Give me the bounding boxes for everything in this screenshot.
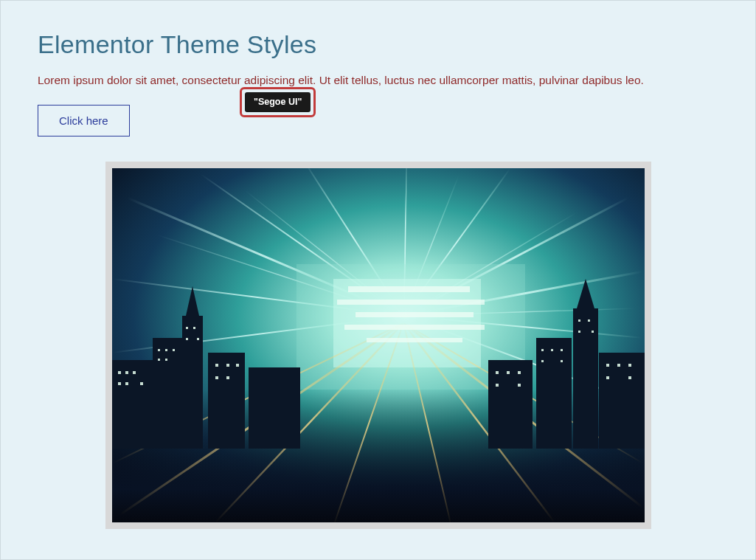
svg-rect-78	[348, 286, 470, 292]
svg-rect-44	[140, 382, 143, 385]
svg-rect-69	[578, 319, 580, 322]
svg-rect-36	[573, 308, 598, 449]
svg-rect-61	[518, 371, 521, 374]
svg-rect-52	[186, 338, 188, 340]
font-tooltip-highlight: "Segoe UI"	[240, 87, 316, 117]
svg-rect-30	[182, 316, 203, 449]
svg-rect-50	[186, 327, 188, 329]
svg-rect-70	[588, 319, 590, 322]
svg-rect-47	[173, 349, 175, 351]
svg-rect-76	[606, 376, 609, 379]
svg-rect-57	[215, 376, 218, 379]
svg-rect-80	[356, 312, 474, 317]
svg-rect-72	[592, 331, 594, 333]
svg-rect-29	[153, 338, 182, 449]
city-image	[112, 168, 645, 522]
svg-rect-81	[344, 325, 485, 330]
svg-rect-54	[215, 364, 218, 367]
svg-rect-45	[158, 349, 160, 351]
svg-rect-82	[367, 338, 462, 342]
svg-rect-65	[551, 349, 553, 351]
svg-rect-56	[236, 364, 239, 367]
font-tooltip: "Segoe UI"	[245, 92, 311, 112]
svg-rect-73	[606, 364, 609, 367]
svg-rect-66	[561, 349, 563, 351]
svg-rect-40	[125, 371, 128, 374]
svg-rect-75	[628, 364, 631, 367]
click-here-button[interactable]: Click here	[38, 105, 130, 136]
svg-rect-55	[226, 364, 229, 367]
svg-rect-43	[125, 382, 128, 385]
svg-rect-62	[496, 384, 499, 387]
svg-rect-63	[518, 384, 521, 387]
svg-rect-53	[197, 338, 199, 340]
svg-rect-71	[578, 331, 580, 333]
svg-rect-35	[536, 338, 572, 449]
svg-rect-46	[165, 349, 167, 351]
svg-rect-68	[561, 360, 563, 362]
svg-rect-41	[133, 371, 136, 374]
svg-rect-32	[208, 353, 245, 449]
svg-rect-74	[617, 364, 620, 367]
svg-rect-60	[507, 371, 510, 374]
page-heading: Elementor Theme Styles	[38, 30, 718, 59]
svg-rect-33	[249, 367, 300, 449]
svg-rect-48	[158, 359, 160, 361]
svg-rect-39	[118, 371, 121, 374]
page-description: Lorem ipsum dolor sit amet, consectetur …	[38, 72, 718, 89]
svg-rect-58	[226, 376, 229, 379]
svg-rect-42	[118, 382, 121, 385]
svg-rect-51	[193, 327, 195, 329]
svg-rect-67	[541, 360, 544, 362]
svg-rect-59	[496, 371, 499, 374]
svg-rect-38	[599, 353, 645, 449]
svg-rect-34	[488, 360, 533, 449]
svg-rect-77	[628, 376, 631, 379]
svg-rect-64	[541, 349, 544, 351]
svg-rect-49	[165, 359, 167, 361]
image-frame	[105, 162, 651, 529]
svg-rect-79	[337, 300, 485, 305]
